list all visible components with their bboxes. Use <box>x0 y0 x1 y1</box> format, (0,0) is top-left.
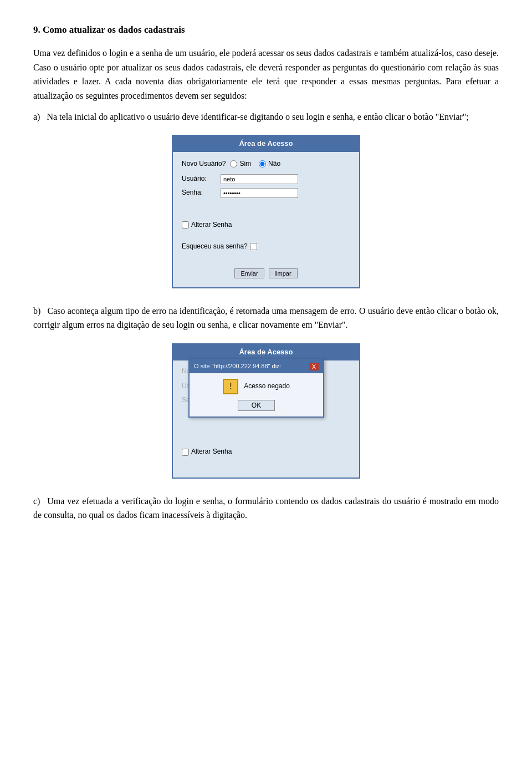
warning-icon: ! <box>223 379 238 394</box>
screenshot-login-form: Área de Acesso Novo Usuário? Sim Não Usu… <box>33 135 499 288</box>
sim-radio[interactable] <box>230 160 237 167</box>
dialog-close-button[interactable]: X <box>309 363 319 370</box>
usuario-label: Usuário: <box>182 174 221 184</box>
login-form-box: Área de Acesso Novo Usuário? Sim Não Usu… <box>172 135 360 288</box>
item-a-text: a) Na tela inicial do aplicativo o usuár… <box>33 110 499 124</box>
login-form-titlebar2: Área de Acesso <box>173 344 359 360</box>
screenshot-error-dialog: Área de Acesso Novo Usú Se Alter <box>33 343 499 479</box>
item-c-label: c) <box>33 496 40 506</box>
item-b-text: b) Caso aconteça algum tipo de erro na i… <box>33 304 499 332</box>
alterar-senha-label: Alterar Senha <box>191 220 232 230</box>
item-a-label: a) <box>33 112 40 121</box>
alterar-senha-checkbox[interactable] <box>182 221 189 228</box>
screenshot2-container: Área de Acesso Novo Usú Se Alter <box>172 343 360 479</box>
dialog-titlebar: O site "http://200.222.94.88" diz: X <box>190 360 323 373</box>
list-item-b: b) Caso aconteça algum tipo de erro na i… <box>33 304 499 479</box>
highlighted-as-2: as <box>360 77 367 86</box>
esqueceu-senha-label: Esqueceu sua senha? <box>182 241 248 252</box>
sim-label: Sim <box>239 159 251 169</box>
nao-radio[interactable] <box>259 160 266 167</box>
error-dialog: O site "http://200.222.94.88" diz: X ! A… <box>188 359 324 418</box>
section-number: 9. <box>33 24 40 35</box>
login-form-titlebar: Área de Acesso <box>173 136 359 152</box>
login-form-body: Novo Usuário? Sim Não Usuário: Senha: <box>173 152 359 287</box>
dialog-ok-button[interactable]: OK <box>238 400 275 411</box>
alterar-senha-row2: Alterar Senha <box>182 446 350 457</box>
limpar-button[interactable]: limpar <box>269 268 298 278</box>
login-form-title2: Área de Acesso <box>239 348 293 356</box>
dialog-box: O site "http://200.222.94.88" diz: X ! A… <box>188 359 324 418</box>
nao-label: Não <box>268 159 280 169</box>
login-form-title: Área de Acesso <box>239 139 293 148</box>
section-title-text: Como atualizar os dados cadastrais <box>43 24 185 35</box>
alterar-senha-row: Alterar Senha <box>182 220 350 230</box>
alterar-senha-checkbox2[interactable] <box>182 449 189 456</box>
item-b-label: b) <box>33 306 40 316</box>
novo-usuario-label: Novo Usuário? <box>182 159 226 169</box>
dialog-message: Acesso negado <box>244 381 290 392</box>
list-item-c: c) Uma vez efetuada a verificação do log… <box>33 494 499 522</box>
dialog-content: ! Acesso negado <box>223 379 290 394</box>
section-heading: 9. Como atualizar os dados cadastrais <box>33 22 499 37</box>
list-item-a: a) Na tela inicial do aplicativo o usuár… <box>33 110 499 288</box>
senha-row: Senha: <box>182 187 350 198</box>
intro-paragraph: Uma vez definidos o login e a senha de u… <box>33 46 499 103</box>
dialog-title-text: O site "http://200.222.94.88" diz: <box>194 362 282 372</box>
esqueceu-senha-checkbox[interactable] <box>250 243 257 250</box>
usuario-input[interactable] <box>221 174 298 184</box>
senha-label: Senha: <box>182 187 221 198</box>
novo-usuario-row: Novo Usuário? Sim Não <box>182 159 350 169</box>
form-buttons-row: Enviar limpar <box>182 268 350 278</box>
senha-input[interactable] <box>221 188 298 198</box>
alterar-senha-label2: Alterar Senha <box>191 446 232 457</box>
usuario-row: Usuário: <box>182 174 350 184</box>
item-c-text: c) Uma vez efetuada a verificação do log… <box>33 494 499 522</box>
dialog-body: ! Acesso negado OK <box>190 373 323 417</box>
esqueceu-senha-row: Esqueceu sua senha? <box>182 241 350 252</box>
enviar-button[interactable]: Enviar <box>234 268 264 278</box>
highlighted-as-1: as <box>323 63 330 72</box>
